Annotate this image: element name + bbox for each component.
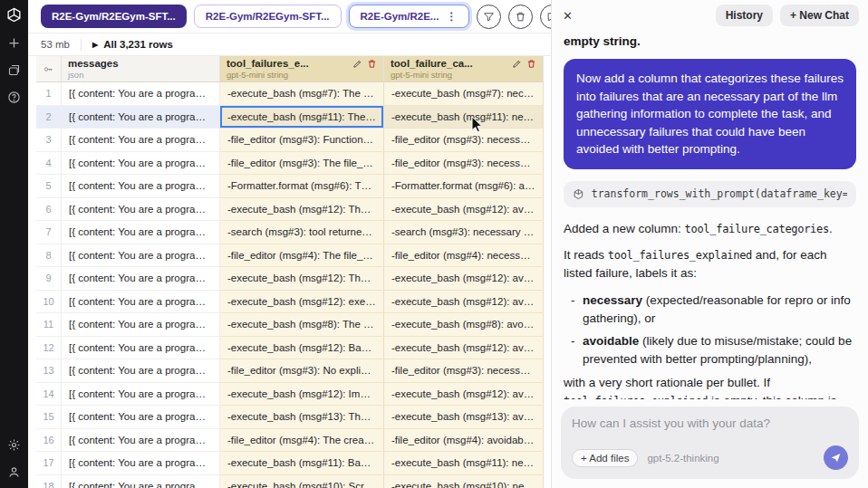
table-row[interactable]: 15[{ content: You are a programmi...-exe… <box>36 406 551 429</box>
cell-tool-failures-explained[interactable]: -execute_bash (msg#12): The ba... <box>220 198 384 222</box>
cell-tool-failures-explained[interactable]: -search (msg#3): tool returned ... <box>220 221 384 244</box>
row-number[interactable]: 9 <box>36 267 62 291</box>
cell-tool-failure-categories[interactable]: -execute_bash (msg#12): avoida... <box>384 383 544 407</box>
dataset-tab-2[interactable]: R2E-Gym/R2EGym-SFT... <box>194 5 342 28</box>
cell-tool-failure-categories[interactable]: -execute_bash (msg#11): necess... <box>384 452 544 475</box>
table-row[interactable]: 1[{ content: You are a programmi...-exec… <box>36 82 551 106</box>
table-row[interactable]: 17[{ content: You are a programmi...-exe… <box>36 452 551 475</box>
chat-input[interactable]: How can I assist you with your data? <box>572 416 848 430</box>
trash-button[interactable] <box>508 5 533 29</box>
cell-tool-failure-categories[interactable]: -execute_bash (msg#13): avoida... <box>384 406 544 429</box>
row-number[interactable]: 12 <box>36 337 62 360</box>
cell-tool-failures-explained[interactable]: -execute_bash (msg#11): The re... <box>220 106 384 129</box>
help-icon[interactable] <box>7 91 21 104</box>
new-chat-button[interactable]: + New Chat <box>780 5 859 26</box>
cell-tool-failure-categories[interactable]: -file_editor (msg#3): necessary ... <box>384 359 544 383</box>
column-header-messages[interactable]: messages json <box>62 56 220 82</box>
table-row[interactable]: 3[{ content: You are a programmi...-file… <box>36 129 551 152</box>
table-row[interactable]: 10[{ content: You are a programmi...-exe… <box>36 291 551 314</box>
datasets-stack-icon[interactable] <box>7 63 21 77</box>
row-number[interactable]: 6 <box>36 198 62 222</box>
cell-messages[interactable]: [{ content: You are a programmi... <box>62 106 220 129</box>
filter-button[interactable] <box>477 5 501 29</box>
table-row[interactable]: 4[{ content: You are a programmi...-file… <box>36 152 551 176</box>
table-row[interactable]: 9[{ content: You are a programmi...-exec… <box>36 267 551 291</box>
table-row[interactable]: 12[{ content: You are a programmi...-exe… <box>36 337 551 360</box>
table-row[interactable]: 6[{ content: You are a programmi...-exec… <box>36 198 551 222</box>
cell-tool-failures-explained[interactable]: -file_editor (msg#3): No explicit ... <box>220 359 384 383</box>
table-row[interactable]: 7[{ content: You are a programmi...-sear… <box>36 221 551 244</box>
cell-messages[interactable]: [{ content: You are a programmi... <box>62 313 220 337</box>
cell-messages[interactable]: [{ content: You are a programmi... <box>62 175 220 198</box>
row-index-header[interactable] <box>36 56 62 82</box>
cell-messages[interactable]: [{ content: You are a programmi... <box>62 267 220 291</box>
close-chat-button[interactable]: ✕ <box>563 9 573 23</box>
row-number[interactable]: 3 <box>36 129 62 152</box>
cell-tool-failure-categories[interactable]: -execute_bash (msg#7): necess... <box>384 82 544 106</box>
edit-column-icon[interactable] <box>512 59 522 69</box>
cell-tool-failure-categories[interactable]: -execute_bash (msg#11): necess... <box>384 106 544 129</box>
column-header-tool-failure-categories[interactable]: tool_failure_ca... gpt-5-mini string <box>384 56 544 82</box>
cell-tool-failures-explained[interactable]: -execute_bash (msg#11): Bash c... <box>220 452 384 475</box>
cell-tool-failures-explained[interactable]: -file_editor (msg#4): The file_ed... <box>220 244 384 268</box>
cell-messages[interactable]: [{ content: You are a programmi... <box>62 406 220 429</box>
cell-tool-failures-explained[interactable]: -file_editor (msg#3): The file_ed... <box>220 152 384 176</box>
cell-messages[interactable]: [{ content: You are a programmi... <box>62 129 220 152</box>
cell-tool-failures-explained[interactable]: -execute_bash (msg#12): Bash c... <box>220 337 384 360</box>
row-number[interactable]: 11 <box>36 313 62 337</box>
cell-messages[interactable]: [{ content: You are a programmi... <box>62 452 220 475</box>
cell-tool-failure-categories[interactable]: -file_editor (msg#3): necessary ... <box>384 129 544 152</box>
cell-tool-failures-explained[interactable]: -file_editor (msg#4): The create ... <box>220 429 384 453</box>
cell-messages[interactable]: [{ content: You are a programmi... <box>62 337 220 360</box>
table-body[interactable]: 1[{ content: You are a programmi...-exec… <box>36 82 551 488</box>
row-number[interactable]: 5 <box>36 175 62 198</box>
delete-column-icon[interactable] <box>367 59 377 69</box>
table-row[interactable]: 14[{ content: You are a programmi...-exe… <box>36 383 551 407</box>
cell-tool-failure-categories[interactable]: -file_editor (msg#3): necessary ... <box>384 152 544 176</box>
cell-tool-failure-categories[interactable]: -execute_bash (msg#12): avoida... <box>384 198 544 222</box>
cell-messages[interactable]: [{ content: You are a programmi... <box>62 291 220 314</box>
cell-messages[interactable]: [{ content: You are a programmi... <box>62 244 220 268</box>
table-row[interactable]: 2[{ content: You are a programmi...-exec… <box>36 106 551 129</box>
column-header-tool-failures-explained[interactable]: tool_failures_e... gpt-5-mini string <box>220 56 384 82</box>
cell-messages[interactable]: [{ content: You are a programmi... <box>62 475 220 488</box>
cell-messages[interactable]: [{ content: You are a programmi... <box>62 82 220 106</box>
cell-tool-failures-explained[interactable]: -execute_bash (msg#12): Import... <box>220 383 384 407</box>
row-number[interactable]: 15 <box>36 406 62 429</box>
cell-tool-failures-explained[interactable]: -Formatter.format (msg#6): The ... <box>220 175 384 198</box>
cell-tool-failures-explained[interactable]: -execute_bash (msg#10): Script... <box>220 475 384 488</box>
cell-tool-failures-explained[interactable]: -execute_bash (msg#7): The ba... <box>220 82 384 106</box>
cell-tool-failures-explained[interactable]: -file_editor (msg#3): Function c... <box>220 129 384 152</box>
table-row[interactable]: 18[{ content: You are a programmi...-exe… <box>36 475 551 488</box>
cell-tool-failure-categories[interactable]: -execute_bash (msg#10): neces... <box>384 475 544 488</box>
cell-tool-failure-categories[interactable]: -search (msg#3): necessary — la... <box>384 221 544 244</box>
cell-tool-failures-explained[interactable]: -execute_bash (msg#8): The ba... <box>220 313 384 337</box>
row-number[interactable]: 8 <box>36 244 62 268</box>
cell-tool-failure-categories[interactable]: -file_editor (msg#4): necessary ... <box>384 244 544 268</box>
row-number[interactable]: 14 <box>36 383 62 407</box>
row-number[interactable]: 17 <box>36 452 62 475</box>
cell-messages[interactable]: [{ content: You are a programmi... <box>62 152 220 176</box>
dataset-tab-1[interactable]: R2E-Gym/R2EGym-SFT... <box>41 5 187 28</box>
delete-column-icon[interactable] <box>526 59 536 69</box>
dataset-tab-3-active[interactable]: R2E-Gym/R2E... ⋮ <box>349 5 469 28</box>
table-row[interactable]: 16[{ content: You are a programmi...-fil… <box>36 429 551 453</box>
row-number[interactable]: 2 <box>36 106 62 129</box>
chat-messages[interactable]: empty string. Now add a column that cate… <box>552 31 868 399</box>
row-number[interactable]: 18 <box>36 475 62 488</box>
history-button[interactable]: History <box>716 5 773 26</box>
send-button[interactable] <box>824 445 848 470</box>
user-account-icon[interactable] <box>7 465 21 479</box>
cell-messages[interactable]: [{ content: You are a programmi... <box>62 221 220 244</box>
cell-tool-failure-categories[interactable]: -execute_bash (msg#8): avoida... <box>384 313 544 337</box>
cell-tool-failures-explained[interactable]: -execute_bash (msg#12): The re... <box>220 267 384 291</box>
row-number[interactable]: 7 <box>36 221 62 244</box>
cell-tool-failures-explained[interactable]: -execute_bash (msg#12): execut... <box>220 291 384 314</box>
add-files-button[interactable]: + Add files <box>572 449 638 467</box>
cell-tool-failure-categories[interactable]: -execute_bash (msg#12): avoida... <box>384 337 544 360</box>
cell-messages[interactable]: [{ content: You are a programmi... <box>62 383 220 407</box>
table-row[interactable]: 8[{ content: You are a programmi...-file… <box>36 244 551 268</box>
row-number[interactable]: 1 <box>36 82 62 106</box>
cell-messages[interactable]: [{ content: You are a programmi... <box>62 359 220 383</box>
cell-tool-failure-categories[interactable]: -execute_bash (msg#12): avoida... <box>384 267 544 291</box>
